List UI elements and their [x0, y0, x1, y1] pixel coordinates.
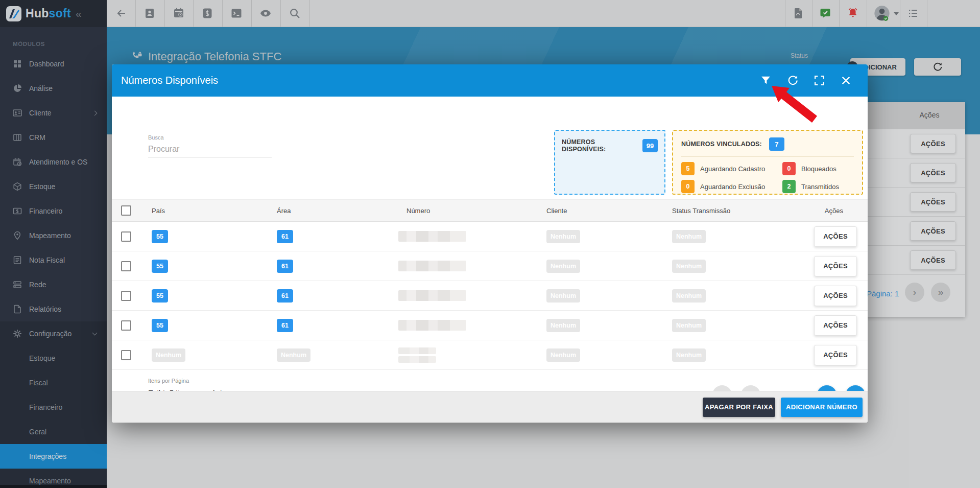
redacted-number: [398, 320, 466, 331]
stat-badge: 2: [782, 180, 796, 193]
select-all-checkbox[interactable]: [121, 205, 131, 216]
acoes-button[interactable]: AÇÕES: [814, 345, 857, 365]
status-badge: Nenhum: [672, 348, 706, 362]
table-row: 55 61 Nenhum Nenhum AÇÕES: [112, 222, 868, 251]
stat-label: Transmitidos: [801, 183, 839, 191]
cliente-badge: Nenhum: [546, 289, 580, 303]
stat-transmitidos: 2 Transmitidos: [782, 180, 854, 193]
acoes-button[interactable]: AÇÕES: [814, 315, 857, 336]
pais-badge: 55: [152, 319, 168, 332]
status-badge: Nenhum: [672, 230, 706, 243]
table-body: 55 61 Nenhum Nenhum AÇÕES 55 61 Nenhum N…: [112, 222, 868, 370]
items-per-page-label: Itens por Página: [148, 378, 245, 384]
table-row: Nenhum Nenhum Nenhum Nenhum AÇÕES: [112, 340, 868, 370]
row-checkbox[interactable]: [121, 291, 131, 301]
pais-badge: 55: [152, 289, 168, 303]
row-checkbox[interactable]: [121, 350, 131, 360]
acoes-button[interactable]: AÇÕES: [814, 256, 857, 276]
linked-numbers-box: NÚMEROS VINCULADOS: 7 5 Aguardando Cadas…: [672, 130, 863, 195]
dialog-footer: APAGAR POR FAIXA ADICIONAR NÚMERO: [112, 391, 868, 423]
area-badge: 61: [277, 230, 293, 243]
cliente-badge: Nenhum: [546, 319, 580, 332]
apagar-por-faixa-button[interactable]: APAGAR POR FAIXA: [703, 398, 775, 417]
table-row: 55 61 Nenhum Nenhum AÇÕES: [112, 251, 868, 281]
pais-badge: 55: [152, 260, 168, 273]
redacted-number: [398, 231, 466, 242]
dialog-header: Números Disponíveis: [112, 64, 868, 97]
cliente-badge: Nenhum: [546, 260, 580, 273]
table-header: País Área Número Cliente Status Transmis…: [112, 199, 868, 222]
cliente-badge: Nenhum: [546, 230, 580, 243]
stat-label: Aguardando Exclusão: [700, 183, 765, 191]
stat-label: Aguardando Cadastro: [700, 165, 765, 173]
column-header-status: Status Transmissão: [663, 207, 782, 215]
stat-label: Bloqueados: [801, 165, 836, 173]
annotation-arrow: [769, 84, 820, 124]
pais-badge: 55: [152, 230, 168, 243]
table-row: 55 61 Nenhum Nenhum AÇÕES: [112, 311, 868, 340]
stat-badge: 5: [681, 162, 695, 175]
search-input[interactable]: [148, 141, 272, 157]
dialog-body: Busca NÚMEROS DISPONÍVEIS: 99 NÚMEROS VI…: [112, 97, 868, 391]
pais-badge: Nenhum: [152, 348, 185, 362]
redacted-number: [398, 356, 436, 363]
column-header-cliente: Cliente: [537, 207, 663, 215]
linked-numbers-label: NÚMEROS VINCULADOS:: [681, 141, 762, 148]
stat-aguardando-cadastro: 5 Aguardando Cadastro: [681, 162, 782, 175]
adicionar-numero-button[interactable]: ADICIONAR NÚMERO: [781, 398, 863, 417]
close-icon[interactable]: [840, 75, 852, 86]
stat-bloqueados: 0 Bloqueados: [782, 162, 854, 175]
area-badge: 61: [277, 319, 293, 332]
numeros-disponiveis-dialog: Números Disponíveis Busca NÚMEROS DISPON…: [112, 64, 868, 423]
available-count-badge: 99: [642, 139, 658, 152]
linked-count-badge: 7: [769, 137, 784, 151]
stat-aguardando-exclusao: 0 Aguardando Exclusão: [681, 180, 782, 193]
row-checkbox[interactable]: [121, 261, 131, 271]
acoes-button[interactable]: AÇÕES: [814, 286, 857, 306]
table-row: 55 61 Nenhum Nenhum AÇÕES: [112, 281, 868, 311]
column-header-pais: País: [142, 207, 268, 215]
area-badge: Nenhum: [277, 348, 310, 362]
row-checkbox[interactable]: [121, 320, 131, 331]
screen: Hubsoft «: [0, 0, 980, 488]
stat-badge: 0: [782, 162, 796, 175]
redacted-number: [398, 290, 466, 301]
redacted-number: [398, 347, 436, 354]
dialog-title: Números Disponíveis: [112, 75, 218, 86]
column-header-area: Área: [268, 207, 397, 215]
cliente-badge: Nenhum: [546, 348, 580, 362]
column-header-numero: Número: [397, 207, 537, 215]
status-badge: Nenhum: [672, 260, 706, 273]
available-numbers-label: NÚMEROS DISPONÍVEIS:: [562, 138, 635, 153]
stat-badge: 0: [681, 180, 695, 193]
status-badge: Nenhum: [672, 289, 706, 303]
available-numbers-box: NÚMEROS DISPONÍVEIS: 99: [554, 130, 665, 195]
row-checkbox[interactable]: [121, 231, 131, 242]
area-badge: 61: [277, 289, 293, 303]
acoes-button[interactable]: AÇÕES: [814, 226, 857, 247]
area-badge: 61: [277, 260, 293, 273]
status-badge: Nenhum: [672, 319, 706, 332]
search-field: Busca: [148, 134, 272, 157]
divider: [681, 156, 854, 157]
search-label: Busca: [148, 134, 272, 141]
column-header-acoes: Ações: [782, 207, 868, 215]
redacted-number: [398, 261, 466, 271]
